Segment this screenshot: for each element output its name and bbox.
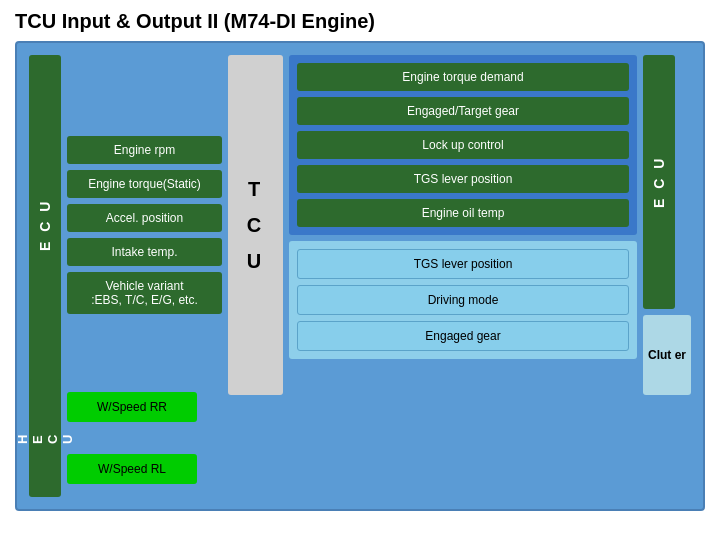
page-title: TCU Input & Output II (M74-DI Engine) [0, 0, 720, 41]
wheel-speed-rr: W/Speed RR [67, 392, 197, 422]
wheel-speeds-column: W/Speed RR W/Speed RL [67, 379, 197, 497]
input-accel-position: Accel. position [67, 204, 222, 232]
input-engine-torque-static: Engine torque(Static) [67, 170, 222, 198]
tcu-center: T C U [228, 55, 283, 395]
input-vehicle-variant: Vehicle variant :EBS, T/C, E/G, etc. [67, 272, 222, 314]
output-lock-up-control: Lock up control [297, 131, 629, 159]
outputs-column: Engine torque demand Engaged/Target gear… [289, 55, 637, 395]
output-engaged-target-gear: Engaged/Target gear [297, 97, 629, 125]
bottom-left-section: H E C U W/Speed RR W/Speed RL [29, 379, 197, 497]
inputs-column: Engine rpm Engine torque(Static) Accel. … [67, 55, 222, 395]
top-outputs-bg: Engine torque demand Engaged/Target gear… [289, 55, 637, 235]
output-tgs-lever-position: TGS lever position [297, 165, 629, 193]
left-ecu-block: E C U [29, 55, 61, 395]
hecu-label: H E C U [29, 379, 61, 497]
right-outputs-area: Engine torque demand Engaged/Target gear… [289, 55, 691, 395]
output-engine-oil-temp: Engine oil temp [297, 199, 629, 227]
diagram: E C U Engine rpm Engine torque(Static) A… [29, 55, 691, 395]
bottom-output-driving-mode: Driving mode [297, 285, 629, 315]
right-ecu-label: E C U [643, 55, 675, 309]
bottom-output-engaged-gear: Engaged gear [297, 321, 629, 351]
output-engine-torque-demand: Engine torque demand [297, 63, 629, 91]
input-engine-rpm: Engine rpm [67, 136, 222, 164]
clutch-block: Clut er [643, 315, 691, 395]
bottom-outputs-bg: TGS lever position Driving mode Engaged … [289, 241, 637, 359]
right-ecu-clutch: E C U Clut er [643, 55, 691, 395]
main-container: E C U Engine rpm Engine torque(Static) A… [15, 41, 705, 511]
bottom-output-tgs-lever: TGS lever position [297, 249, 629, 279]
input-intake-temp: Intake temp. [67, 238, 222, 266]
wheel-speed-rl: W/Speed RL [67, 454, 197, 484]
